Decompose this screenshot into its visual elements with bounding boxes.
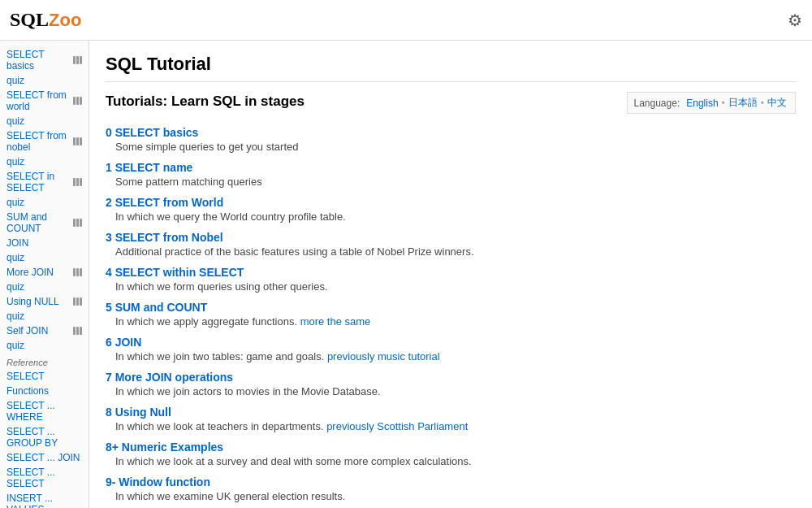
section-top: Language:English • 日本語 • 中文 Tutorials: L… [106,93,796,118]
sidebar-link-0[interactable]: SELECT basics [6,49,70,72]
language-option-0[interactable]: English [686,98,718,109]
tutorial-title-8plus[interactable]: 8+ Numeric Examples [106,441,223,454]
sidebar-item-7[interactable]: quiz [0,195,89,210]
sidebar-item-5[interactable]: quiz [0,154,89,169]
sidebar-item-6[interactable]: SELECT in SELECT [0,169,89,195]
tutorial-title-3[interactable]: 3 SELECT from Nobel [106,231,223,244]
sidebar-ref-link-6[interactable]: INSERT ... VALUES [0,491,89,508]
tutorial-title-4[interactable]: 4 SELECT within SELECT [106,266,244,279]
main-content: SQL Tutorial Language:English • 日本語 • 中文… [89,41,812,508]
sidebar-item-8[interactable]: SUM and COUNT [0,210,89,236]
tutorial-desc-0: Some simple queries to get you started [106,141,796,153]
language-option-2[interactable]: 中文 [767,96,787,110]
sidebar-link-13[interactable]: Using NULL [6,296,70,307]
sidebar-link-16[interactable]: quiz [6,340,82,351]
sidebar-item-11[interactable]: More JOIN [0,265,89,280]
sidebar-ref-link-3[interactable]: SELECT ... GROUP BY [0,424,89,450]
sidebar-ref-link-2[interactable]: SELECT ... WHERE [0,398,89,424]
progress-bars [73,327,82,335]
tutorial-item-3: 3 SELECT from NobelAdditional practice o… [106,231,796,258]
tutorial-item-2: 2 SELECT from WorldIn which we query the… [106,196,796,223]
sidebar-item-1[interactable]: quiz [0,73,89,88]
tutorial-title-1[interactable]: 1 SELECT name [106,161,192,174]
tutorial-title-7[interactable]: 7 More JOIN operations [106,371,233,384]
sidebar-item-4[interactable]: SELECT from nobel [0,128,89,154]
sidebar-link-14[interactable]: quiz [6,310,82,322]
language-separator: • [722,98,725,109]
tutorial-desc-4: In which we form queries using other que… [106,280,796,293]
tutorial-item-7: 7 More JOIN operationsIn which we join a… [106,371,796,397]
sidebar-link-3[interactable]: quiz [6,115,82,127]
sidebar-link-7[interactable]: quiz [6,197,82,208]
sidebar-link-9[interactable]: JOIN [6,237,82,249]
logo: SQLZoo [10,9,81,31]
tutorial-desc-2: In which we query the World country prof… [106,211,796,223]
progress-bars [73,137,82,145]
tutorial-title-0[interactable]: 0 SELECT basics [106,126,198,139]
progress-bars [73,56,82,64]
tutorial-title-6[interactable]: 6 JOIN [106,336,141,349]
sidebar-item-0[interactable]: SELECT basics [0,47,89,73]
sidebar-item-10[interactable]: quiz [0,250,89,265]
tutorial-item-8plus: 8+ Numeric ExamplesIn which we look at a… [106,441,796,467]
header: SQLZoo ⚙ [0,0,812,41]
tutorial-title-5[interactable]: 5 SUM and COUNT [106,301,207,314]
sidebar-item-14[interactable]: quiz [0,309,89,323]
gear-icon[interactable]: ⚙ [788,11,802,30]
sidebar-link-5[interactable]: quiz [6,156,82,167]
sidebar-item-16[interactable]: quiz [0,338,89,353]
language-option-1[interactable]: 日本語 [728,96,758,110]
sidebar-link-8[interactable]: SUM and COUNT [6,211,70,234]
tutorial-desc-7: In which we join actors to movies in the… [106,385,796,397]
language-separator: • [761,98,764,109]
tutorial-title-2[interactable]: 2 SELECT from World [106,196,223,209]
progress-bars [73,178,82,186]
language-bar: Language:English • 日本語 • 中文 [627,92,797,114]
sidebar-item-2[interactable]: SELECT from world [0,88,89,114]
tutorial-item-9w: 9- Window functionIn which we examine UK… [106,475,796,502]
tutorial-item-4: 4 SELECT within SELECTIn which we form q… [106,266,796,293]
sidebar-link-1[interactable]: quiz [6,75,82,86]
tutorial-desc-1: Some pattern matching queries [106,176,796,188]
sidebar-link-11[interactable]: More JOIN [6,267,70,278]
tutorial-desc-5: In which we apply aggregate functions. m… [106,315,796,328]
progress-bars [73,297,82,306]
page-title: SQL Tutorial [106,54,796,82]
tutorial-desc-6: In which we join two tables: game and go… [106,350,796,363]
sidebar-item-13[interactable]: Using NULL [0,294,89,309]
tutorial-item-5: 5 SUM and COUNTIn which we apply aggrega… [106,301,796,328]
sidebar-link-15[interactable]: Self JOIN [6,325,70,336]
tutorial-link-6[interactable]: previously music tutorial [327,350,440,363]
sidebar-ref-label: Reference [0,353,89,369]
tutorial-title-8[interactable]: 8 Using Null [106,406,171,419]
tutorial-title-9w[interactable]: 9- Window function [106,475,210,488]
sidebar-item-12[interactable]: quiz [0,280,89,294]
logo-sql-text: SQL [10,9,49,31]
layout: SELECT basicsquizSELECT from worldquizSE… [0,41,812,508]
tutorial-item-8: 8 Using NullIn which we look at teachers… [106,406,796,432]
sidebar-ref-link-1[interactable]: Functions [0,384,89,398]
progress-bars [73,219,82,227]
sidebar-item-9[interactable]: JOIN [0,236,89,250]
sidebar-ref-link-0[interactable]: SELECT [0,369,89,384]
sidebar-item-15[interactable]: Self JOIN [0,323,89,338]
tutorial-item-0: 0 SELECT basicsSome simple queries to ge… [106,126,796,153]
tutorial-link-8[interactable]: previously Scottish Parliament [326,420,468,432]
tutorial-desc-9w: In which we examine UK general election … [106,490,796,502]
tutorial-desc-3: Additional practice of the basic feature… [106,245,796,258]
progress-bars [73,268,82,276]
sidebar-nav: SELECT basicsquizSELECT from worldquizSE… [0,47,89,353]
sidebar: SELECT basicsquizSELECT from worldquizSE… [0,41,89,508]
logo-zoo-text: Zoo [49,10,81,31]
sidebar-link-12[interactable]: quiz [6,281,82,293]
sidebar-item-3[interactable]: quiz [0,114,89,128]
tutorial-desc-8plus: In which we look at a survey and deal wi… [106,455,796,467]
sidebar-link-2[interactable]: SELECT from world [6,89,70,112]
sidebar-link-4[interactable]: SELECT from nobel [6,130,70,153]
sidebar-link-10[interactable]: quiz [6,252,82,263]
sidebar-ref-link-4[interactable]: SELECT ... JOIN [0,450,89,465]
tutorial-link-5[interactable]: more the same [300,315,371,328]
sidebar-link-6[interactable]: SELECT in SELECT [6,171,70,193]
tutorial-item-1: 1 SELECT nameSome pattern matching queri… [106,161,796,188]
sidebar-ref-link-5[interactable]: SELECT ... SELECT [0,465,89,491]
